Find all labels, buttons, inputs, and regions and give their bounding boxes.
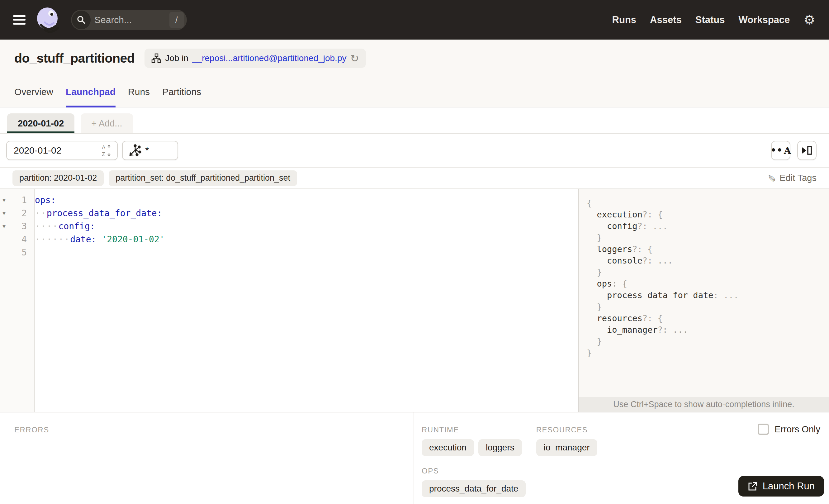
svg-text:Z: Z bbox=[102, 151, 105, 157]
nav-link-workspace[interactable]: Workspace bbox=[739, 14, 790, 26]
tag-pill: partition_set: do_stuff_partitioned_part… bbox=[109, 170, 297, 186]
schema-line[interactable]: resources?: { bbox=[587, 313, 829, 324]
autocomplete-hint: Use Ctrl+Space to show auto-completions … bbox=[579, 397, 829, 412]
op-selector bbox=[122, 141, 178, 160]
dots-a-icon: ••A bbox=[770, 145, 791, 156]
search-input[interactable] bbox=[91, 15, 170, 25]
editor-line: 4······date: '2020-01-02' bbox=[0, 233, 578, 246]
pencil-icon: ✎ bbox=[767, 174, 777, 182]
tab-partitions[interactable]: Partitions bbox=[162, 77, 201, 107]
line-number: 3 bbox=[11, 221, 31, 231]
errors-only-checkbox[interactable] bbox=[758, 424, 769, 435]
schema-line[interactable]: execution?: { bbox=[587, 209, 829, 220]
page-title: do_stuff_partitioned bbox=[14, 51, 135, 66]
fold-arrow-icon[interactable]: ▾ bbox=[0, 222, 11, 230]
refresh-icon[interactable]: ↻ bbox=[350, 53, 359, 64]
external-link-icon bbox=[748, 481, 758, 491]
chip-process_data_for_date[interactable]: process_data_for_date bbox=[422, 480, 526, 497]
editor-line: 5 bbox=[0, 246, 578, 259]
page-header: do_stuff_partitioned Job in __reposi...a… bbox=[0, 40, 829, 77]
line-number: 1 bbox=[11, 195, 31, 205]
config-editor[interactable]: ▾1ops:▾2··process_data_for_date:▾3····co… bbox=[0, 189, 578, 412]
dagster-app: / RunsAssetsStatusWorkspace ⚙ do_stuff_p… bbox=[0, 0, 829, 504]
section-resources: RESOURCESio_manager bbox=[536, 426, 624, 456]
nav-link-runs[interactable]: Runs bbox=[612, 14, 637, 26]
config-sections-pane: RUNTIMEexecutionloggersRESOURCESio_manag… bbox=[414, 412, 829, 504]
sort-az-icon[interactable]: A Z bbox=[101, 144, 112, 157]
top-navbar: / RunsAssetsStatusWorkspace ⚙ bbox=[0, 0, 829, 40]
job-badge-prefix: Job in bbox=[165, 53, 188, 63]
section-label: RUNTIME bbox=[422, 426, 522, 434]
schema-line[interactable]: { bbox=[587, 197, 829, 209]
schema-line[interactable]: config?: ... bbox=[587, 220, 829, 232]
line-number: 4 bbox=[11, 234, 31, 245]
line-number: 2 bbox=[11, 208, 31, 218]
schema-line[interactable]: console?: ... bbox=[587, 255, 829, 266]
op-graph-icon bbox=[128, 144, 141, 157]
errors-only-control: Errors Only bbox=[758, 424, 820, 435]
hamburger-menu-icon[interactable] bbox=[13, 15, 26, 25]
gear-icon[interactable]: ⚙ bbox=[803, 13, 815, 27]
play-panel-icon bbox=[801, 145, 813, 156]
config-schema-panel: { execution?: { config?: ... } loggers?:… bbox=[578, 189, 829, 412]
code-text: ······date: '2020-01-02' bbox=[31, 234, 165, 245]
section-label: OPS bbox=[422, 467, 526, 475]
editor-hints-button[interactable]: ••A bbox=[771, 141, 790, 160]
fold-arrow-icon[interactable]: ▾ bbox=[0, 209, 11, 217]
code-text: ····config: bbox=[31, 221, 95, 231]
tab-overview[interactable]: Overview bbox=[14, 77, 53, 107]
section-ops: OPSprocess_data_for_date bbox=[422, 467, 526, 497]
search-shortcut-badge: / bbox=[170, 12, 184, 28]
partition-input[interactable] bbox=[14, 145, 101, 156]
dagster-logo[interactable] bbox=[36, 7, 60, 33]
editor-line: ▾2··process_data_for_date: bbox=[0, 207, 578, 220]
code-text: ops: bbox=[31, 195, 56, 205]
launch-run-button[interactable]: Launch Run bbox=[738, 476, 824, 497]
bottom-panel: ERRORS RUNTIMEexecutionloggersRESOURCESi… bbox=[0, 412, 829, 504]
tags-row: partition: 2020-01-02partition_set: do_s… bbox=[0, 168, 829, 189]
editor-line: ▾1ops: bbox=[0, 193, 578, 207]
errors-pane: ERRORS bbox=[0, 412, 414, 504]
nav-link-status[interactable]: Status bbox=[695, 14, 725, 26]
toggle-panel-button[interactable] bbox=[797, 141, 817, 160]
line-number: 5 bbox=[11, 247, 31, 258]
code-text: ··process_data_for_date: bbox=[31, 208, 162, 218]
global-search: / bbox=[71, 10, 187, 30]
launchpad-config-tabs: 2020-01-02 + Add... bbox=[0, 107, 829, 134]
errors-label: ERRORS bbox=[14, 426, 413, 434]
chip-loggers[interactable]: loggers bbox=[478, 439, 522, 456]
tab-runs[interactable]: Runs bbox=[128, 77, 150, 107]
nav-link-assets[interactable]: Assets bbox=[650, 14, 682, 26]
schema-line[interactable]: } bbox=[587, 266, 829, 278]
schema-line[interactable]: loggers?: { bbox=[587, 243, 829, 255]
section-runtime: RUNTIMEexecutionloggers bbox=[422, 426, 522, 456]
launchpad-controls: A Z ••A bbox=[0, 134, 829, 168]
add-config-tab-button[interactable]: + Add... bbox=[81, 113, 133, 133]
chip-execution[interactable]: execution bbox=[422, 439, 474, 456]
nav-links: RunsAssetsStatusWorkspace bbox=[612, 14, 790, 26]
schema-line[interactable]: } bbox=[587, 347, 829, 359]
job-origin-badge: Job in __reposi...artitioned@partitioned… bbox=[144, 48, 366, 68]
schema-line[interactable]: } bbox=[587, 335, 829, 347]
launchpad-main: ▾1ops:▾2··process_data_for_date:▾3····co… bbox=[0, 189, 829, 412]
job-tabs: OverviewLaunchpadRunsPartitions bbox=[0, 77, 829, 107]
partition-select: A Z bbox=[6, 141, 118, 160]
schema-line[interactable]: io_manager?: ... bbox=[587, 324, 829, 335]
schema-line[interactable]: } bbox=[587, 232, 829, 243]
errors-only-label: Errors Only bbox=[774, 424, 820, 435]
config-tab-partition[interactable]: 2020-01-02 bbox=[7, 113, 74, 133]
fold-arrow-icon[interactable]: ▾ bbox=[0, 196, 11, 204]
chip-io_manager[interactable]: io_manager bbox=[536, 439, 597, 456]
job-graph-icon bbox=[151, 53, 161, 63]
search-icon bbox=[72, 10, 91, 29]
editor-line: ▾3····config: bbox=[0, 220, 578, 233]
section-label: RESOURCES bbox=[536, 426, 624, 434]
tab-launchpad[interactable]: Launchpad bbox=[66, 77, 115, 107]
schema-line[interactable]: process_data_for_date: ... bbox=[587, 289, 829, 301]
job-repo-link[interactable]: __reposi...artitioned@partitioned_job.py bbox=[192, 53, 346, 63]
schema-line[interactable]: } bbox=[587, 301, 829, 313]
schema-line[interactable]: ops: { bbox=[587, 278, 829, 289]
svg-text:A: A bbox=[102, 145, 106, 150]
op-selector-input[interactable] bbox=[145, 145, 173, 156]
edit-tags-button[interactable]: ✎ Edit Tags bbox=[767, 173, 817, 183]
